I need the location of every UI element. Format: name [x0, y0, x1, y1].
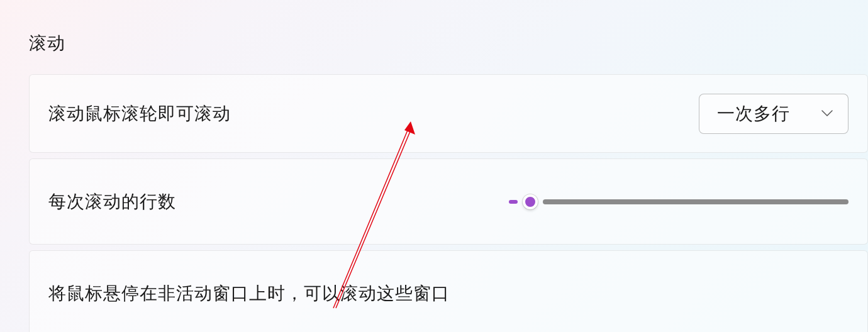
section-title: 滚动: [29, 31, 868, 55]
scroll-settings-section: 滚动 滚动鼠标滚轮即可滚动 一次多行 每次滚动的行数 将鼠标悬停在非活动窗口上时…: [0, 0, 868, 332]
lines-per-scroll-slider[interactable]: [509, 194, 849, 209]
slider-track: [543, 199, 849, 204]
slider-fill: [509, 200, 518, 204]
scroll-wheel-dropdown[interactable]: 一次多行: [699, 94, 849, 134]
setting-row-hover-inactive: 将鼠标悬停在非活动窗口上时，可以滚动这些窗口: [29, 250, 868, 332]
slider-thumb[interactable]: [523, 194, 538, 209]
dropdown-selected-value: 一次多行: [717, 102, 790, 126]
chevron-down-icon: [821, 108, 833, 119]
hover-inactive-label: 将鼠标悬停在非活动窗口上时，可以滚动这些窗口: [48, 282, 450, 306]
scroll-wheel-label: 滚动鼠标滚轮即可滚动: [48, 102, 231, 126]
lines-per-scroll-label: 每次滚动的行数: [48, 190, 176, 214]
setting-row-scroll-wheel: 滚动鼠标滚轮即可滚动 一次多行: [29, 74, 868, 153]
setting-row-lines-per-scroll: 每次滚动的行数: [29, 158, 868, 245]
